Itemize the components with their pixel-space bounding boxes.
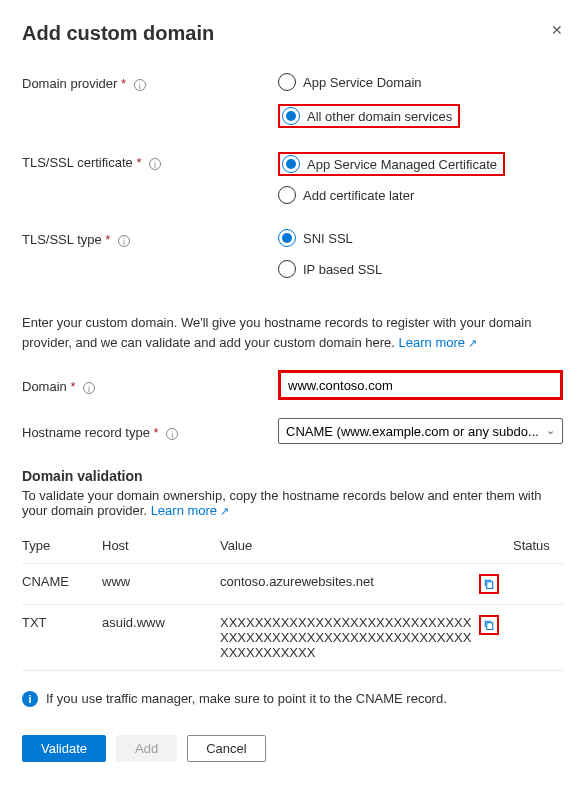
learn-more-link[interactable]: Learn more↗ <box>151 503 229 518</box>
copy-icon <box>483 619 495 631</box>
info-icon[interactable]: i <box>149 158 161 170</box>
svg-rect-1 <box>487 623 493 630</box>
radio-label: All other domain services <box>307 109 452 124</box>
radio-label: Add certificate later <box>303 188 414 203</box>
radio-all-other-domain-services[interactable]: All other domain services <box>282 107 452 125</box>
radio-icon <box>278 186 296 204</box>
info-icon: i <box>22 691 38 707</box>
hostname-record-select[interactable]: CNAME (www.example.com or any subdo... <box>278 418 563 444</box>
col-value: Value <box>220 528 479 564</box>
external-link-icon: ↗ <box>220 505 229 517</box>
info-icon[interactable]: i <box>118 235 130 247</box>
page-title: Add custom domain <box>22 22 214 45</box>
domain-provider-label: Domain provider <box>22 76 117 91</box>
info-icon[interactable]: i <box>166 428 178 440</box>
radio-icon <box>282 107 300 125</box>
radio-icon <box>278 229 296 247</box>
close-icon[interactable]: ✕ <box>551 22 563 38</box>
info-icon[interactable]: i <box>83 382 95 394</box>
copy-button[interactable] <box>479 615 499 635</box>
tls-cert-label: TLS/SSL certificate <box>22 155 133 170</box>
radio-label: App Service Domain <box>303 75 422 90</box>
radio-managed-cert[interactable]: App Service Managed Certificate <box>282 155 497 173</box>
radio-icon <box>282 155 300 173</box>
info-icon[interactable]: i <box>134 79 146 91</box>
required-asterisk: * <box>70 379 75 394</box>
col-status: Status <box>513 528 563 564</box>
col-host: Host <box>102 528 220 564</box>
radio-ip-ssl[interactable]: IP based SSL <box>278 260 563 278</box>
required-asterisk: * <box>154 425 159 440</box>
learn-more-link[interactable]: Learn more↗ <box>399 335 477 350</box>
domain-label: Domain <box>22 379 67 394</box>
col-type: Type <box>22 528 102 564</box>
tls-type-label: TLS/SSL type <box>22 232 102 247</box>
radio-app-service-domain[interactable]: App Service Domain <box>278 73 563 91</box>
svg-rect-0 <box>487 582 493 589</box>
note-text: If you use traffic manager, make sure to… <box>46 691 447 706</box>
domain-input[interactable] <box>281 373 560 397</box>
validation-table: Type Host Value Status CNAME www contoso… <box>22 528 563 671</box>
add-button: Add <box>116 735 177 762</box>
radio-label: IP based SSL <box>303 262 382 277</box>
radio-label: App Service Managed Certificate <box>307 157 497 172</box>
radio-sni-ssl[interactable]: SNI SSL <box>278 229 563 247</box>
domain-validation-heading: Domain validation <box>22 468 563 484</box>
required-asterisk: * <box>105 232 110 247</box>
table-row: CNAME www contoso.azurewebsites.net <box>22 564 563 605</box>
required-asterisk: * <box>136 155 141 170</box>
table-row: TXT asuid.www XXXXXXXXXXXXXXXXXXXXXXXXXX… <box>22 605 563 671</box>
radio-add-cert-later[interactable]: Add certificate later <box>278 186 563 204</box>
radio-icon <box>278 260 296 278</box>
validate-button[interactable]: Validate <box>22 735 106 762</box>
copy-icon <box>483 578 495 590</box>
copy-button[interactable] <box>479 574 499 594</box>
hostname-record-label: Hostname record type <box>22 425 150 440</box>
required-asterisk: * <box>121 76 126 91</box>
radio-icon <box>278 73 296 91</box>
radio-label: SNI SSL <box>303 231 353 246</box>
validation-desc: To validate your domain ownership, copy … <box>22 488 542 518</box>
external-link-icon: ↗ <box>468 337 477 349</box>
cancel-button[interactable]: Cancel <box>187 735 265 762</box>
